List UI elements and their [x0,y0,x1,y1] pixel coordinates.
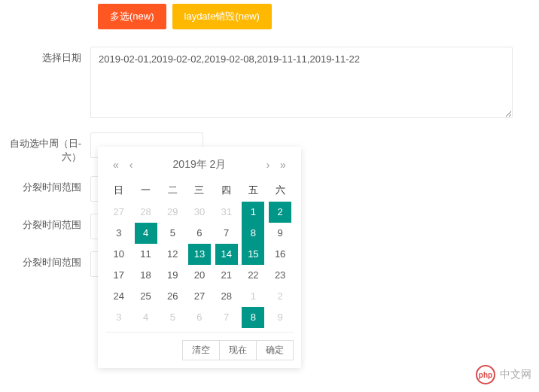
day-cell[interactable]: 2 [269,286,291,307]
label-select-date: 选择日期 [0,47,90,65]
label-split-range-3: 分裂时间范围 [0,251,90,269]
weekday-cell: 六 [266,179,294,202]
day-cell[interactable]: 12 [161,244,184,265]
weekday-row: 日一二三四五六 [105,179,294,202]
day-cell[interactable]: 30 [188,202,211,223]
datepicker-header: « ‹ 2019年 2月 › » [105,154,294,179]
day-cell[interactable]: 13 [188,244,211,265]
day-cell[interactable]: 5 [161,307,184,328]
row-select-date: 选择日期 [0,41,539,126]
day-cell[interactable]: 9 [269,223,291,244]
day-cell[interactable]: 19 [161,265,184,286]
day-cell[interactable]: 5 [161,223,184,244]
day-row: 272829303112 [105,202,294,223]
day-cell[interactable]: 1 [242,202,264,223]
datepicker-panel: « ‹ 2019年 2月 › » 日一二三四五六 272829303112345… [98,147,301,368]
day-row: 3456789 [105,223,294,244]
datepicker-title[interactable]: 2019年 2月 [139,158,260,172]
day-cell[interactable]: 27 [188,286,211,307]
day-cell[interactable]: 24 [108,286,130,307]
day-cell[interactable]: 22 [242,265,264,286]
multi-select-button[interactable]: 多选(new) [98,4,166,29]
label-auto-week: 自动选中周（日-六） [0,132,90,164]
prev-month-icon[interactable]: ‹ [123,159,139,171]
top-button-row: 多选(new) laydate销毁(new) [0,0,539,41]
day-cell[interactable]: 25 [135,286,157,307]
day-cell[interactable]: 18 [135,265,157,286]
brand-name: 中文网 [500,368,531,381]
prev-year-icon[interactable]: « [108,159,123,171]
day-cell[interactable]: 26 [161,286,184,307]
weekday-cell: 四 [213,179,240,202]
weekday-cell: 日 [105,179,132,202]
label-split-range-2: 分裂时间范围 [0,214,90,232]
day-cell[interactable]: 4 [135,223,157,244]
clear-button[interactable]: 清空 [182,340,220,360]
day-cell[interactable]: 6 [188,223,211,244]
day-cell[interactable]: 2 [269,202,291,223]
day-row: 3456789 [105,307,294,328]
day-cell[interactable]: 4 [135,307,157,328]
day-cell[interactable]: 15 [242,244,264,265]
day-row: 242526272812 [105,286,294,307]
weekday-cell: 五 [240,179,267,202]
day-cell[interactable]: 7 [215,307,238,328]
day-cell[interactable]: 17 [108,265,130,286]
weekday-cell: 三 [186,179,213,202]
label-split-range-1: 分裂时间范围 [0,176,90,194]
day-cell[interactable]: 7 [215,223,238,244]
day-row: 10111213141516 [105,244,294,265]
confirm-button[interactable]: 确定 [256,340,294,360]
day-cell[interactable]: 23 [269,265,291,286]
day-cell[interactable]: 11 [135,244,157,265]
datepicker-grid: 日一二三四五六 27282930311234567891011121314151… [105,179,294,328]
day-cell[interactable]: 28 [215,286,238,307]
day-cell[interactable]: 20 [188,265,211,286]
day-cell[interactable]: 1 [242,286,264,307]
day-cell[interactable]: 10 [108,244,130,265]
date-textarea[interactable] [90,47,513,118]
day-row: 17181920212223 [105,265,294,286]
next-month-icon[interactable]: › [260,159,276,171]
day-cell[interactable]: 6 [188,307,211,328]
next-year-icon[interactable]: » [276,159,291,171]
day-cell[interactable]: 31 [215,202,238,223]
weekday-cell: 二 [159,179,186,202]
day-cell[interactable]: 8 [242,307,264,328]
day-cell[interactable]: 27 [108,202,130,223]
day-cell[interactable]: 8 [242,223,264,244]
laydate-destroy-button[interactable]: laydate销毁(new) [172,4,272,29]
day-cell[interactable]: 29 [161,202,184,223]
day-cell[interactable]: 3 [108,307,130,328]
day-cell[interactable]: 14 [215,244,238,265]
day-cell[interactable]: 28 [135,202,157,223]
weekday-cell: 一 [132,179,160,202]
day-cell[interactable]: 21 [215,265,238,286]
brand-badge: php 中文网 [476,365,531,384]
day-cell[interactable]: 16 [269,244,291,265]
now-button[interactable]: 现在 [219,340,257,360]
datepicker-footer: 清空 现在 确定 [105,332,294,360]
brand-logo-icon: php [476,365,495,384]
day-cell[interactable]: 3 [108,223,130,244]
day-cell[interactable]: 9 [269,307,291,328]
